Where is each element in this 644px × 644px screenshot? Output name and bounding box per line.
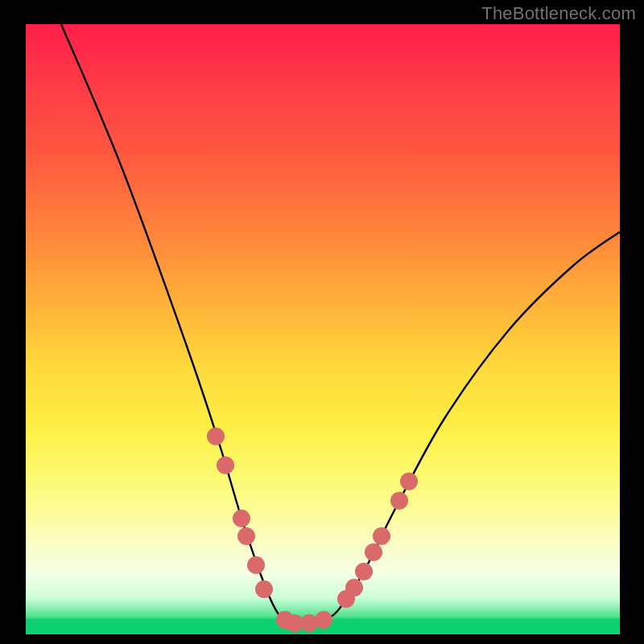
data-markers <box>207 427 418 632</box>
data-marker <box>345 579 363 597</box>
chart-svg <box>26 24 620 634</box>
data-marker <box>237 527 255 545</box>
data-marker <box>217 456 234 474</box>
attribution-label: TheBottleneck.com <box>481 3 636 24</box>
chart-plot-area <box>26 24 620 634</box>
data-marker <box>373 527 390 545</box>
data-marker <box>365 543 382 561</box>
data-marker <box>390 492 408 510</box>
bottleneck-curve <box>61 24 620 623</box>
data-marker <box>207 427 225 445</box>
data-marker <box>255 580 273 598</box>
data-marker <box>315 611 332 629</box>
curve-path <box>61 24 620 623</box>
data-marker <box>247 556 265 574</box>
data-marker <box>400 473 418 490</box>
chart-frame: TheBottleneck.com <box>0 0 644 644</box>
data-marker <box>355 563 373 580</box>
data-marker <box>233 510 250 527</box>
